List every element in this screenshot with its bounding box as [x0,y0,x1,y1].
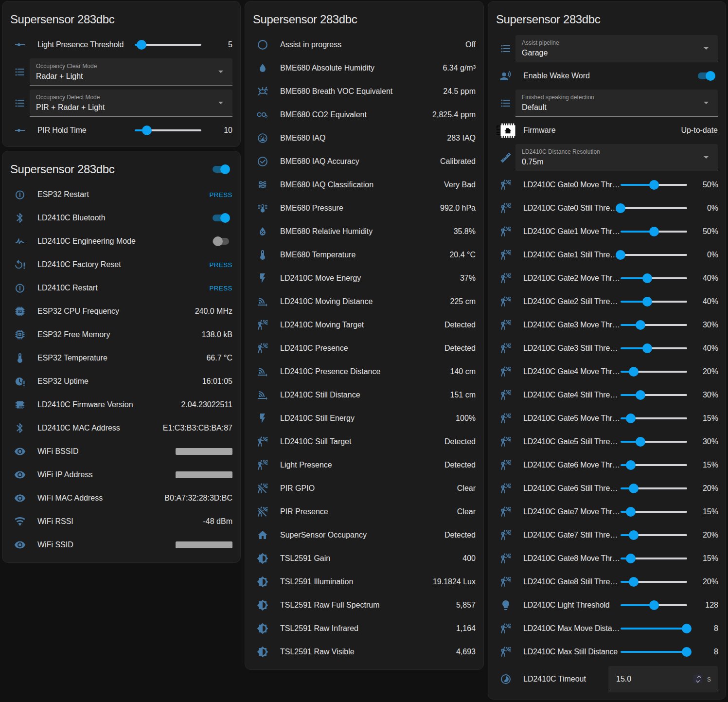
svg-text:2: 2 [266,114,268,119]
svg-text:32: 32 [18,309,22,314]
svg-text:CO: CO [257,111,266,118]
